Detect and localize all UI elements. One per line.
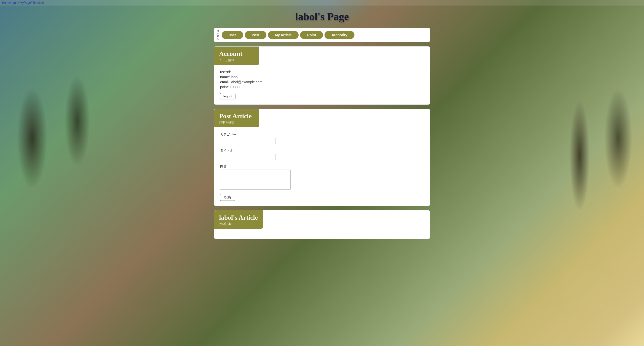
breadcrumb-mypage[interactable]: MyPage xyxy=(20,1,31,5)
account-section-header: Account ユーザ情報 xyxy=(214,47,259,65)
breadcrumb: Home/ login/ MyPage/ Timeline xyxy=(0,0,644,6)
menu-label: MENU xyxy=(217,30,220,40)
category-label: カテゴリー xyxy=(220,132,424,137)
category-group: カテゴリー xyxy=(220,132,424,144)
article-section: labol's Article 投稿記事 xyxy=(214,210,430,239)
breadcrumb-home[interactable]: Home xyxy=(2,1,10,5)
account-title: Account xyxy=(219,50,254,58)
article-title-input[interactable] xyxy=(220,154,275,160)
breadcrumb-login[interactable]: login xyxy=(12,1,18,5)
content-textarea[interactable] xyxy=(220,170,291,190)
post-submit-button[interactable]: 投稿 xyxy=(220,194,235,201)
article-body xyxy=(214,229,430,239)
article-title: labol's Article xyxy=(219,214,258,221)
account-name: name: labol xyxy=(220,75,424,79)
account-section: Account ユーザ情報 userId: 1 name: labol emai… xyxy=(214,46,430,105)
post-section: Post Article 記事を投稿 カテゴリー タイトル 内容 投稿 xyxy=(214,109,430,206)
article-subtitle: 投稿記事 xyxy=(219,222,258,226)
article-section-header: labol's Article 投稿記事 xyxy=(214,210,263,229)
title-group: タイトル xyxy=(220,148,424,160)
post-body: カテゴリー タイトル 内容 投稿 xyxy=(214,127,430,206)
account-userid: userId: 1 xyxy=(220,70,424,74)
tab-user[interactable]: user xyxy=(222,31,243,39)
page-title-container: labol's Page labol's Page xyxy=(0,6,644,25)
logout-button[interactable]: logout xyxy=(220,93,235,99)
account-body: userId: 1 name: labol email: labol@examp… xyxy=(214,65,430,104)
category-input[interactable] xyxy=(220,138,275,144)
breadcrumb-timeline[interactable]: Timeline xyxy=(32,1,44,5)
tab-point[interactable]: Point xyxy=(300,31,323,39)
main-container: MENU user Post My Article Point Authorit… xyxy=(209,25,435,253)
account-email: email: labol@example.com xyxy=(220,80,424,84)
post-title: Post Article xyxy=(219,112,254,120)
tab-myarticle[interactable]: My Article xyxy=(268,31,299,39)
account-point: point: 10000 xyxy=(220,85,424,89)
tab-authority[interactable]: Authority xyxy=(325,31,354,39)
page-title: labol's Page xyxy=(0,11,644,23)
tab-post[interactable]: Post xyxy=(245,31,266,39)
content-group: 内容 xyxy=(220,164,424,190)
post-subtitle: 記事を投稿 xyxy=(219,121,254,125)
content-label: 内容 xyxy=(220,164,424,169)
article-title-label: タイトル xyxy=(220,148,424,153)
menu-bar: MENU user Post My Article Point Authorit… xyxy=(214,28,430,42)
post-section-header: Post Article 記事を投稿 xyxy=(214,109,259,127)
menu-tabs: user Post My Article Point Authority xyxy=(222,31,354,39)
account-subtitle: ユーザ情報 xyxy=(219,58,254,62)
